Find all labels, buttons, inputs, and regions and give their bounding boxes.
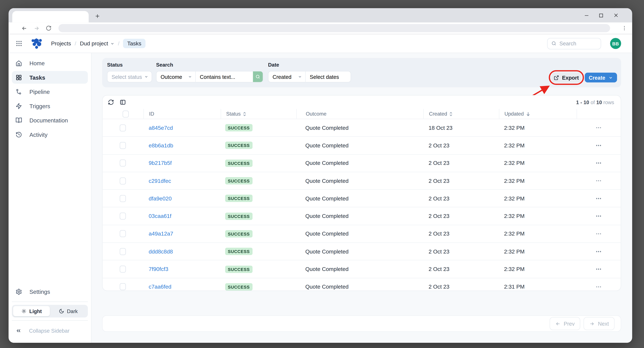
sidebar-item-settings[interactable]: Settings xyxy=(9,285,91,299)
browser-tab[interactable] xyxy=(12,11,89,22)
select-all-checkbox[interactable] xyxy=(122,110,129,117)
sidebar-item-label: Home xyxy=(30,60,44,66)
row-checkbox[interactable] xyxy=(120,142,126,149)
date-field-select[interactable]: Created xyxy=(268,71,305,82)
export-button[interactable]: Export xyxy=(552,73,581,82)
search-text-input[interactable]: Contains text... xyxy=(195,71,253,82)
column-header-id[interactable]: ID xyxy=(143,109,220,119)
breadcrumb-project-selector[interactable]: Dud project xyxy=(80,40,114,47)
breadcrumb-current-page[interactable]: Tasks xyxy=(123,39,145,48)
browser-back-button[interactable] xyxy=(20,24,28,32)
sidebar-item-tasks[interactable]: Tasks xyxy=(12,71,88,84)
home-icon xyxy=(16,60,22,66)
app-launcher-button[interactable] xyxy=(16,40,22,47)
ellipsis-icon xyxy=(598,145,599,146)
column-header-updated[interactable]: Updated xyxy=(499,109,577,119)
sidebar-item-activity[interactable]: Activity xyxy=(9,127,91,142)
date-filter-label: Date xyxy=(268,62,279,68)
maximize-button[interactable] xyxy=(598,12,604,18)
sidebar-item-pipeline[interactable]: Pipeline xyxy=(9,85,91,99)
prev-page-button[interactable]: Prev xyxy=(549,317,580,330)
next-page-button[interactable]: Next xyxy=(584,317,614,330)
row-checkbox[interactable] xyxy=(120,230,126,237)
task-id-link[interactable]: 9b217b5f xyxy=(149,160,172,166)
row-checkbox[interactable] xyxy=(120,266,126,273)
row-actions-button[interactable] xyxy=(595,265,602,273)
address-bar[interactable] xyxy=(58,24,610,32)
avatar[interactable]: BB xyxy=(610,38,621,49)
row-actions-button[interactable] xyxy=(595,160,602,167)
row-actions-button[interactable] xyxy=(595,212,602,220)
refresh-button[interactable] xyxy=(108,99,114,105)
row-checkbox[interactable] xyxy=(120,177,126,184)
global-search-input[interactable]: Search xyxy=(547,38,601,49)
table-row[interactable]: a845e7cd SUCCESS Quote Completed 18 Oct … xyxy=(103,119,621,137)
task-id-link[interactable]: e8b6a1db xyxy=(149,142,173,149)
browser-forward-button[interactable] xyxy=(32,24,40,32)
breadcrumb-project-name: Dud project xyxy=(80,40,108,47)
row-checkbox[interactable] xyxy=(120,283,126,290)
table-row[interactable]: 7f90fcf3 SUCCESS Quote Completed 2 Oct 2… xyxy=(103,261,621,278)
row-checkbox[interactable] xyxy=(120,124,126,131)
sidebar-item-triggers[interactable]: Triggers xyxy=(9,99,91,113)
table-row[interactable]: c7aa6fed SUCCESS Quote Completed 2 Oct 2… xyxy=(103,278,621,291)
search-icon xyxy=(256,74,260,79)
task-id-link[interactable]: ddd8c8d8 xyxy=(149,248,173,255)
updated-cell: 2:31 PM xyxy=(499,284,577,290)
new-tab-button[interactable] xyxy=(92,10,103,21)
close-button[interactable] xyxy=(613,12,619,18)
breadcrumb-projects[interactable]: Projects xyxy=(51,40,71,47)
date-range-input[interactable]: Select dates xyxy=(305,71,351,82)
table-row[interactable]: 03caa61f SUCCESS Quote Completed 2 Oct 2… xyxy=(103,207,621,225)
search-field-select[interactable]: Outcome xyxy=(156,71,196,82)
column-header-created[interactable]: Created xyxy=(423,109,499,119)
column-header-outcome[interactable]: Outcome xyxy=(296,109,423,119)
columns-button[interactable] xyxy=(120,99,126,105)
row-checkbox[interactable] xyxy=(120,248,126,255)
table-row[interactable]: c291dfec SUCCESS Quote Completed 2 Oct 2… xyxy=(103,172,621,190)
browser-reload-button[interactable] xyxy=(44,24,53,32)
sort-icon xyxy=(450,112,452,116)
row-actions-button[interactable] xyxy=(595,195,602,202)
row-checkbox[interactable] xyxy=(120,160,126,167)
row-actions-button[interactable] xyxy=(595,124,602,131)
sidebar-item-home[interactable]: Home xyxy=(9,56,91,70)
table-row[interactable]: a49a12a7 SUCCESS Quote Completed 2 Oct 2… xyxy=(103,225,621,243)
task-id-link[interactable]: c291dfec xyxy=(149,178,171,184)
row-actions-button[interactable] xyxy=(595,248,602,255)
panel-left-icon xyxy=(120,99,126,105)
row-actions-button[interactable] xyxy=(595,283,602,291)
task-id-link[interactable]: a49a12a7 xyxy=(149,231,173,237)
app-logo[interactable] xyxy=(31,38,42,49)
row-actions-button[interactable] xyxy=(595,230,602,237)
row-actions-button[interactable] xyxy=(595,142,602,149)
theme-light-button[interactable]: Light xyxy=(13,306,50,316)
task-id-link[interactable]: c7aa6fed xyxy=(149,284,172,290)
task-id-link[interactable]: dfa9e020 xyxy=(149,195,172,202)
table-row[interactable]: 9b217b5f SUCCESS Quote Completed 2 Oct 2… xyxy=(103,155,621,172)
status-filter-label: Status xyxy=(107,62,123,68)
table-row[interactable]: dfa9e020 SUCCESS Quote Completed 2 Oct 2… xyxy=(103,190,621,207)
browser-menu-button[interactable] xyxy=(621,24,628,32)
minimize-button[interactable] xyxy=(584,12,589,18)
sidebar-item-documentation[interactable]: Documentation xyxy=(9,113,91,128)
search-submit-button[interactable] xyxy=(253,71,263,82)
task-id-link[interactable]: 7f90fcf3 xyxy=(149,266,168,272)
created-cell: 2 Oct 23 xyxy=(423,213,499,219)
minimize-icon xyxy=(584,13,589,18)
create-button[interactable]: Create xyxy=(585,73,617,82)
task-id-link[interactable]: a845e7cd xyxy=(149,125,173,131)
row-checkbox[interactable] xyxy=(120,213,126,220)
row-actions-button[interactable] xyxy=(595,177,602,184)
created-cell: 2 Oct 23 xyxy=(423,195,499,202)
status-select[interactable]: Select status xyxy=(107,71,152,82)
collapse-sidebar-button[interactable]: Collapse Sidebar xyxy=(9,324,91,338)
column-header-status[interactable]: Status xyxy=(220,109,296,119)
row-checkbox-cell xyxy=(103,177,144,184)
row-checkbox[interactable] xyxy=(120,195,126,202)
table-row[interactable]: ddd8c8d8 SUCCESS Quote Completed 2 Oct 2… xyxy=(103,243,621,261)
outcome-cell: Quote Completed xyxy=(296,178,423,184)
task-id-link[interactable]: 03caa61f xyxy=(149,213,172,219)
theme-dark-button[interactable]: Dark xyxy=(50,306,87,316)
table-row[interactable]: e8b6a1db SUCCESS Quote Completed 2 Oct 2… xyxy=(103,137,621,155)
